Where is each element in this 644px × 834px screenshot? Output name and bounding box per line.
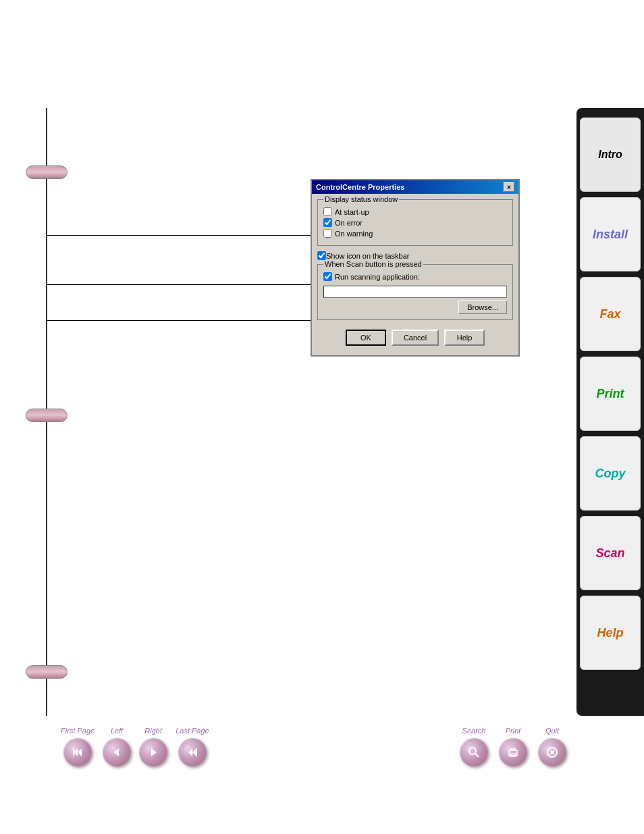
sidebar-item-scan[interactable]: Scan — [580, 516, 641, 590]
sidebar-scan-label: Scan — [595, 546, 624, 561]
ring-1 — [26, 165, 68, 179]
right-icon — [146, 746, 160, 759]
quit-label: Quit — [545, 727, 559, 735]
sidebar-help-label: Help — [597, 626, 623, 640]
sidebar-item-install[interactable]: Install — [580, 197, 641, 271]
right-group: Right — [139, 727, 167, 766]
dialog-buttons: OK Cancel Help — [317, 325, 513, 350]
svg-rect-13 — [510, 754, 516, 756]
svg-marker-2 — [78, 748, 82, 756]
dialog-titlebar: ControlCentre Properties × — [312, 180, 518, 194]
dialog-close-button[interactable]: × — [504, 182, 514, 192]
ok-button[interactable]: OK — [346, 330, 386, 346]
last-page-button[interactable] — [178, 738, 207, 766]
scan-group-label: When Scan button is pressed — [323, 260, 423, 268]
search-icon — [467, 746, 481, 759]
on-warning-label: On warning — [335, 230, 373, 238]
on-error-label: On error — [335, 219, 363, 227]
sidebar-item-help[interactable]: Help — [580, 596, 641, 670]
pointer-line-1 — [46, 235, 316, 236]
pointer-line-3 — [46, 320, 323, 321]
left-icon — [110, 746, 124, 759]
on-warning-row: On warning — [323, 229, 507, 238]
search-label: Search — [462, 727, 486, 735]
quit-button[interactable] — [538, 738, 566, 766]
first-page-icon — [71, 746, 84, 759]
on-error-checkbox[interactable] — [323, 218, 332, 227]
run-scan-label: Run scanning application: — [335, 273, 420, 281]
first-page-label: First Page — [61, 727, 95, 735]
svg-line-9 — [475, 754, 479, 757]
at-startup-row: At start-up — [323, 207, 507, 216]
search-group: Search — [460, 727, 488, 766]
scan-group: When Scan button is pressed Run scanning… — [317, 264, 513, 320]
taskbar-label: Show icon on the taskbar — [326, 252, 410, 260]
taskbar-checkbox[interactable] — [317, 251, 326, 260]
pointer-line-2 — [46, 284, 329, 285]
print-icon — [506, 746, 520, 759]
right-button[interactable] — [139, 738, 167, 766]
cancel-button[interactable]: Cancel — [392, 330, 439, 346]
search-button[interactable] — [460, 738, 488, 766]
svg-marker-5 — [188, 748, 192, 756]
sidebar-print-label: Print — [596, 387, 624, 401]
on-warning-checkbox[interactable] — [323, 229, 332, 238]
first-page-button[interactable] — [63, 738, 92, 766]
on-error-row: On error — [323, 218, 507, 227]
at-startup-checkbox[interactable] — [323, 207, 332, 216]
sidebar-install-label: Install — [593, 228, 628, 242]
ring-2 — [26, 409, 68, 422]
browse-button[interactable]: Browse... — [458, 301, 507, 314]
sidebar-copy-label: Copy — [595, 467, 626, 481]
print-button[interactable] — [499, 738, 527, 766]
left-group: Left — [103, 727, 131, 766]
svg-rect-7 — [196, 748, 197, 756]
at-startup-label: At start-up — [335, 208, 369, 216]
ring-3 — [26, 665, 68, 679]
last-page-icon — [186, 746, 199, 759]
sidebar-item-intro[interactable]: Intro — [580, 118, 641, 192]
dialog-area: ControlCentre Properties × Display statu… — [311, 179, 520, 357]
print-nav-label: Print — [506, 727, 521, 735]
help-button[interactable]: Help — [444, 330, 485, 346]
right-label: Right — [144, 727, 162, 735]
sidebar-item-fax[interactable]: Fax — [580, 277, 641, 351]
scan-path-input[interactable]: C:\Program Files\Pagis\scantool.exe — [323, 286, 507, 298]
dialog-content: Display status window At start-up On err… — [312, 194, 518, 355]
left-button[interactable] — [103, 738, 131, 766]
sidebar-intro-label: Intro — [598, 149, 622, 161]
sidebar-fax-label: Fax — [599, 307, 620, 321]
last-page-group: Last Page — [176, 727, 209, 766]
last-page-label: Last Page — [176, 727, 209, 735]
left-label: Left — [111, 727, 123, 735]
dialog-title: ControlCentre Properties — [316, 183, 404, 191]
dialog-box: ControlCentre Properties × Display statu… — [311, 179, 520, 357]
taskbar-row: Show icon on the taskbar — [317, 251, 513, 260]
quit-group: Quit — [538, 727, 566, 766]
run-scan-checkbox[interactable] — [323, 272, 332, 281]
sidebar-item-print[interactable]: Print — [580, 357, 641, 431]
sidebar-item-copy[interactable]: Copy — [580, 436, 641, 511]
svg-rect-11 — [510, 748, 516, 751]
svg-rect-1 — [73, 748, 74, 756]
bottom-nav: First Page Left Right Last Page — [61, 727, 566, 766]
sidebar: Intro Install Fax Print Copy Scan Help — [576, 108, 644, 716]
display-status-label: Display status window — [323, 195, 399, 203]
quit-icon — [545, 746, 559, 759]
print-group: Print — [499, 727, 527, 766]
display-status-group: Display status window At start-up On err… — [317, 199, 513, 246]
svg-point-8 — [469, 748, 476, 754]
svg-marker-3 — [113, 748, 119, 756]
first-page-group: First Page — [61, 727, 95, 766]
run-scan-row: Run scanning application: — [323, 272, 507, 281]
close-icon: × — [507, 184, 511, 191]
svg-marker-4 — [151, 748, 157, 756]
